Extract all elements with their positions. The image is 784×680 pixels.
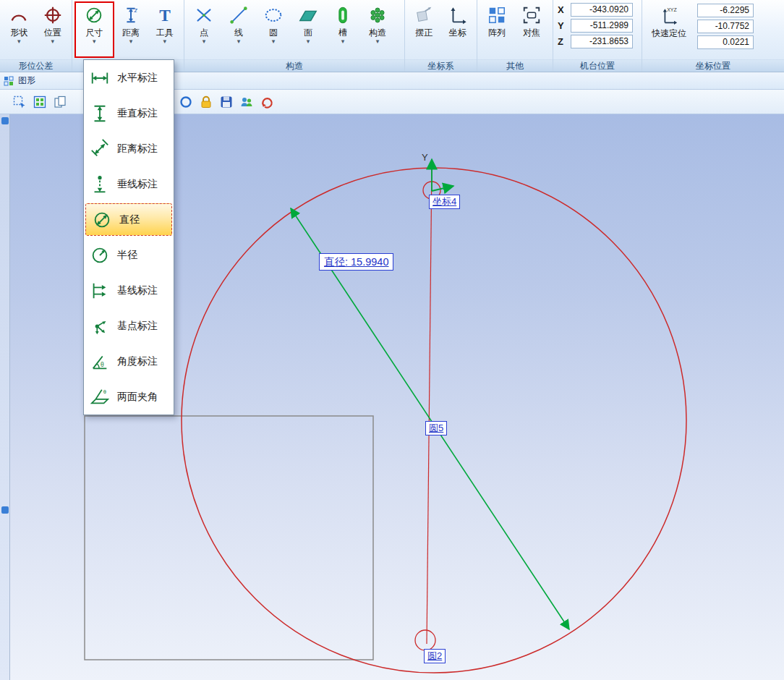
coordinate-button[interactable]: 坐标 xyxy=(441,1,475,38)
annotation-coord4[interactable]: 坐标4 xyxy=(429,195,460,209)
circle-label: 圆 xyxy=(269,28,278,38)
array-button[interactable]: 阵列 xyxy=(480,1,514,38)
distance-label: 距离 xyxy=(122,28,140,38)
coord-x-value: -6.2295 xyxy=(697,4,754,17)
chevron-down-icon: ▾ xyxy=(272,38,276,44)
chevron-down-icon: ▾ xyxy=(17,38,21,44)
line-button[interactable]: 线 ▾ xyxy=(221,1,256,44)
dihedral-angle-icon: θ xyxy=(89,386,111,408)
tools-button[interactable]: T 工具 ▾ xyxy=(148,1,182,44)
diameter-dimension-line[interactable] xyxy=(291,208,569,629)
group-label-form-tolerance: 形位公差 xyxy=(0,59,72,72)
select-rect-icon[interactable] xyxy=(12,94,27,110)
axis-x-arrow[interactable] xyxy=(432,186,453,191)
copy-page-icon[interactable] xyxy=(52,94,68,110)
save-icon[interactable] xyxy=(218,94,234,110)
slot-icon xyxy=(332,4,354,26)
menu-item-diameter[interactable]: 直径 xyxy=(85,203,172,236)
menu-item-label: 垂线标注 xyxy=(117,178,158,191)
construct-icon xyxy=(367,4,388,26)
dimension-label: 尺寸 xyxy=(85,28,103,38)
shape-icon xyxy=(8,4,30,26)
dimension-button[interactable]: 尺寸 ▾ xyxy=(74,1,114,58)
quick-position-button[interactable]: XYZ 快速定位 xyxy=(647,2,691,38)
group-form-tolerance: 形状 ▾ 位置 ▾ 形位公差 xyxy=(0,0,72,72)
annotation-circle5[interactable]: 圆5 xyxy=(425,421,447,435)
array-icon xyxy=(486,4,508,26)
rectangle-feature[interactable] xyxy=(85,416,373,660)
construct-label: 构造 xyxy=(369,28,386,38)
menu-item-basepoint-dimension[interactable]: 基点标注 xyxy=(84,308,174,344)
distance-button[interactable]: z 距离 ▾ xyxy=(114,1,148,44)
point-button[interactable]: 点 ▾ xyxy=(187,1,221,44)
redo-arrow-icon[interactable] xyxy=(259,94,275,110)
group-construction: 点 ▾ 线 ▾ 圆 ▾ 面 ▾ xyxy=(184,0,405,72)
position-button[interactable]: 位置 ▾ xyxy=(36,1,70,44)
line-icon xyxy=(228,4,250,26)
menu-item-label: 水平标注 xyxy=(117,72,158,85)
menu-item-angle-dimension[interactable]: θ 角度标注 xyxy=(84,344,174,379)
annotation-diameter[interactable]: 直径: 15.9940 xyxy=(319,253,393,271)
group-coordinate-system: 摆正 坐标 坐标系 xyxy=(405,0,477,72)
annotation-circle2[interactable]: 圆2 xyxy=(424,649,446,663)
machine-x-value: -343.0920 xyxy=(571,3,633,17)
coord-z-value: 0.0221 xyxy=(697,35,754,49)
tab-graphics[interactable]: 图形 xyxy=(18,75,35,87)
group-label-coordinate-position: 坐标位置 xyxy=(642,59,784,72)
chevron-down-icon: ▾ xyxy=(237,38,241,44)
angle-dimension-icon: θ xyxy=(89,351,111,373)
menu-item-perpendicular-dimension[interactable]: 垂线标注 xyxy=(84,166,174,202)
side-tab-icon[interactable] xyxy=(1,117,9,124)
circle-button[interactable]: 圆 ▾ xyxy=(256,1,291,44)
menu-item-radius[interactable]: 半径 xyxy=(84,237,174,273)
machine-z-label: Z xyxy=(558,36,568,47)
side-tab-icon[interactable] xyxy=(1,506,9,514)
line-label: 线 xyxy=(234,28,243,38)
users-icon[interactable] xyxy=(239,94,255,110)
group-coordinate-position: XYZ 快速定位 -6.2295 -10.7752 0.0221 坐标位置 xyxy=(642,0,784,72)
slot-button[interactable]: 槽 ▾ xyxy=(325,1,360,44)
vertical-dimension-icon xyxy=(89,103,111,124)
fit-view-icon[interactable] xyxy=(32,94,48,110)
menu-item-label: 距离标注 xyxy=(117,143,158,156)
menu-item-label: 两面夹角 xyxy=(117,391,158,404)
diameter-icon xyxy=(91,209,113,231)
menu-item-dihedral-angle[interactable]: θ 两面夹角 xyxy=(84,379,174,415)
menu-item-vertical-dimension[interactable]: 垂直标注 xyxy=(84,95,174,131)
circle-view-icon[interactable] xyxy=(178,94,194,110)
centerline-feature[interactable] xyxy=(427,165,432,644)
dimension-diameter-icon xyxy=(83,4,105,26)
position-label: 位置 xyxy=(44,28,61,38)
circle-feature-bottom[interactable] xyxy=(415,630,435,650)
point-label: 点 xyxy=(200,28,208,38)
menu-item-label: 基线标注 xyxy=(117,284,158,297)
lock-icon[interactable] xyxy=(198,94,214,110)
chevron-down-icon: ▾ xyxy=(93,38,96,44)
plane-button[interactable]: 面 ▾ xyxy=(291,1,325,44)
group-label-machine-position: 机台位置 xyxy=(553,59,642,72)
shape-button[interactable]: 形状 ▾ xyxy=(2,1,36,44)
chevron-down-icon: ▾ xyxy=(51,38,54,44)
quick-position-label: 快速定位 xyxy=(652,29,686,38)
horizontal-dimension-icon xyxy=(89,67,111,89)
focus-button[interactable]: 对焦 xyxy=(514,1,549,38)
point-icon xyxy=(193,4,215,26)
group-other: 阵列 对焦 其他 xyxy=(477,0,553,72)
align-button[interactable]: 摆正 xyxy=(407,1,441,38)
chevron-down-icon: ▾ xyxy=(203,38,206,44)
machine-y-label: Y xyxy=(558,20,568,31)
construct-button[interactable]: 构造 ▾ xyxy=(360,1,395,44)
menu-item-distance-dimension[interactable]: 距离标注 xyxy=(84,131,174,166)
chevron-down-icon: ▾ xyxy=(307,38,310,44)
circle-feature-main[interactable] xyxy=(182,168,686,673)
menu-item-baseline-dimension[interactable]: 基线标注 xyxy=(84,273,174,308)
svg-text:T: T xyxy=(159,6,171,25)
radius-icon xyxy=(89,245,111,266)
menu-item-horizontal-dimension[interactable]: 水平标注 xyxy=(84,60,174,95)
coordinate-icon xyxy=(447,4,469,26)
svg-text:XYZ: XYZ xyxy=(667,7,677,12)
group-machine-position: X -343.0920 Y -511.2989 Z -231.8653 机台位置 xyxy=(553,0,642,72)
group-label-coordinate-system: 坐标系 xyxy=(405,59,477,72)
plane-label: 面 xyxy=(304,28,312,38)
svg-text:θ: θ xyxy=(101,360,104,367)
